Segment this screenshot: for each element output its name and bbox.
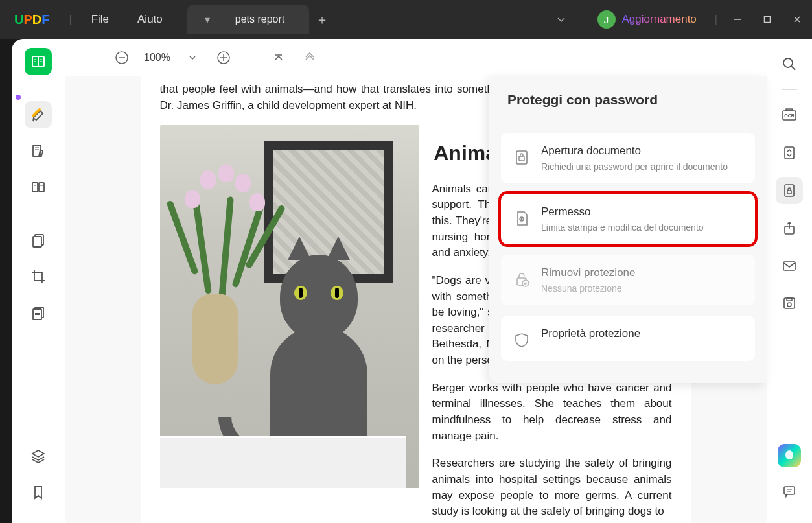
zoom-dropdown-button[interactable]: [180, 45, 205, 71]
svg-line-31: [791, 66, 795, 70]
svg-rect-11: [32, 183, 38, 192]
window-menu-dropdown[interactable]: [538, 14, 585, 25]
card-title: Proprietà protezione: [541, 327, 743, 340]
tab-title: pets report: [222, 14, 297, 25]
svg-rect-26: [519, 156, 524, 161]
app-logo: UPDF: [0, 12, 64, 27]
prev-page-button[interactable]: [297, 45, 323, 71]
svg-rect-34: [786, 109, 793, 111]
save-button[interactable]: [776, 290, 803, 317]
page-tools-button[interactable]: [25, 227, 52, 254]
document-tab[interactable]: ▾ pets report: [187, 5, 309, 34]
tab-dropdown-icon[interactable]: ▾: [199, 14, 216, 26]
svg-point-30: [783, 58, 793, 67]
comment-tool-button[interactable]: [25, 101, 52, 128]
user-badge[interactable]: J Aggiornamento: [585, 10, 710, 29]
convert-button[interactable]: [776, 139, 803, 167]
new-tab-button[interactable]: ＋: [309, 11, 335, 29]
svg-point-41: [787, 303, 791, 307]
svg-rect-16: [33, 237, 41, 247]
svg-rect-39: [783, 262, 795, 270]
open-document-card[interactable]: Apertura documento Richiedi una password…: [501, 133, 755, 183]
shield-icon: [513, 331, 531, 349]
share-button[interactable]: [776, 215, 803, 242]
right-sidebar: OCR: [767, 39, 812, 523]
zoom-in-button[interactable]: [211, 45, 237, 71]
svg-rect-37: [787, 191, 791, 194]
svg-rect-43: [784, 487, 795, 494]
search-button[interactable]: [776, 51, 803, 78]
left-sidebar: [12, 39, 65, 523]
unlock-icon: [513, 270, 531, 288]
svg-text:OCR: OCR: [784, 113, 795, 118]
ai-assistant-button[interactable]: [778, 444, 801, 467]
update-label: Aggiornamento: [622, 13, 697, 26]
svg-rect-25: [516, 151, 527, 164]
redact-tool-button[interactable]: [25, 299, 52, 327]
separator: |: [64, 14, 76, 25]
panel-title: Proteggi con password: [501, 76, 755, 122]
avatar: J: [597, 10, 616, 29]
paragraph: Berger works with people who have cancer…: [432, 380, 672, 445]
card-title: Permesso: [541, 205, 743, 218]
menu-file[interactable]: File: [77, 13, 123, 26]
ocr-button[interactable]: OCR: [776, 102, 803, 129]
crop-tool-button[interactable]: [25, 263, 52, 290]
protection-properties-card[interactable]: Proprietà protezione: [501, 316, 755, 361]
view-toolbar: 100%: [65, 39, 767, 76]
remove-protection-card[interactable]: Rimuovi protezione Nessuna protezione: [501, 255, 755, 305]
first-page-button[interactable]: [266, 45, 292, 71]
zoom-level: 100%: [140, 52, 174, 64]
minimize-button[interactable]: [723, 0, 752, 39]
bookmark-button[interactable]: [25, 479, 52, 506]
edit-tool-button[interactable]: [25, 137, 52, 165]
reader-mode-button[interactable]: [25, 48, 52, 75]
active-tool-indicator: [16, 95, 21, 100]
card-title: Rimuovi protezione: [541, 266, 743, 279]
protect-button[interactable]: [776, 177, 803, 204]
maximize-button[interactable]: [752, 0, 782, 39]
svg-rect-12: [39, 183, 44, 192]
svg-rect-19: [35, 313, 40, 315]
card-subtitle: Limita stampa e modifica del documento: [541, 222, 743, 233]
svg-point-29: [522, 280, 529, 286]
card-subtitle: Richiedi una password per aprire il docu…: [541, 161, 743, 172]
card-subtitle: Nessuna protezione: [541, 283, 743, 294]
separator: |: [710, 14, 723, 25]
layers-button[interactable]: [25, 443, 52, 470]
zoom-out-button[interactable]: [109, 45, 135, 71]
svg-rect-1: [765, 17, 771, 23]
svg-rect-35: [785, 147, 794, 159]
permission-card[interactable]: Permesso Limita stampa e modifica del do…: [501, 194, 755, 244]
card-title: Apertura documento: [541, 145, 743, 157]
lock-document-icon: [513, 148, 531, 167]
permission-icon: [513, 209, 531, 227]
document-image-cat: [160, 125, 419, 488]
paragraph: Researchers are studying the safety of b…: [432, 456, 672, 520]
organize-pages-button[interactable]: [25, 174, 52, 201]
close-button[interactable]: [782, 0, 812, 39]
email-button[interactable]: [776, 252, 803, 279]
svg-rect-42: [787, 298, 792, 301]
menu-help[interactable]: Aiuto: [123, 13, 177, 26]
protect-password-panel: Proteggi con password Apertura documento…: [489, 76, 767, 383]
comments-panel-button[interactable]: [776, 478, 803, 505]
